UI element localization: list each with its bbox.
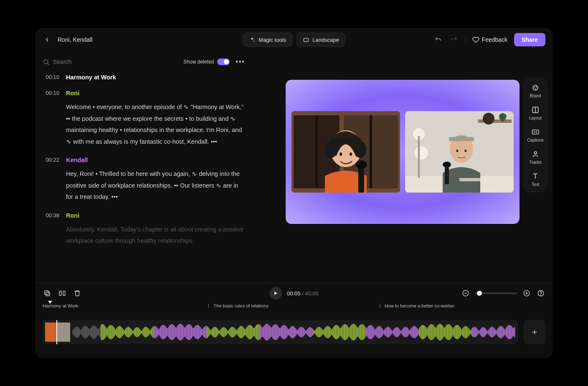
svg-rect-83 [107, 327, 108, 337]
svg-rect-437 [449, 324, 450, 340]
svg-rect-188 [209, 328, 210, 336]
svg-rect-471 [482, 328, 482, 337]
zoom-out-button[interactable] [461, 289, 470, 298]
svg-rect-150 [172, 324, 173, 340]
header: Roni, Kendall Magic tools Landscape Feed… [35, 28, 553, 51]
svg-rect-380 [394, 328, 395, 335]
svg-rect-185 [206, 326, 207, 338]
svg-rect-257 [275, 324, 276, 340]
svg-rect-296 [313, 329, 314, 335]
help-button[interactable] [536, 289, 545, 298]
svg-point-32 [536, 86, 537, 88]
chapter-marker[interactable]: The basic rules of relations [208, 303, 268, 308]
svg-rect-321 [337, 325, 338, 339]
select-tool[interactable] [43, 289, 52, 298]
svg-rect-147 [169, 325, 170, 339]
undo-button[interactable] [433, 35, 443, 44]
svg-rect-278 [296, 328, 297, 335]
chapter-marker[interactable]: Harmony at Work [43, 303, 78, 308]
svg-point-30 [533, 85, 538, 90]
transcript-line[interactable]: 00:10Harmony at Work [43, 74, 245, 81]
svg-rect-430 [442, 325, 443, 339]
transcript-text[interactable]: Hey, Roni! • Thrilled to be here with yo… [66, 168, 245, 203]
svg-rect-238 [257, 324, 258, 340]
svg-rect-436 [448, 324, 449, 340]
transcript-line[interactable]: 00:10RoniWelcome • everyone, to another … [43, 90, 245, 147]
chapter-marker[interactable]: How to become a better co-worker [380, 303, 455, 308]
transcript-line[interactable]: 00:38RoniAbsolutely, Kendall. Today's ch… [43, 212, 245, 247]
play-button[interactable] [269, 287, 282, 300]
add-track-button[interactable]: ＋ [524, 320, 545, 344]
svg-rect-338 [353, 324, 354, 340]
svg-rect-332 [347, 326, 348, 338]
svg-rect-214 [234, 328, 235, 337]
svg-rect-73 [98, 329, 99, 334]
transcript-text[interactable]: Welcome • everyone, to another episode o… [66, 102, 245, 147]
zoom-in-button[interactable] [522, 289, 531, 298]
split-tool[interactable] [58, 289, 67, 298]
rail-item-layout[interactable]: Layout [529, 106, 542, 120]
current-time: 00:05 [287, 290, 301, 297]
svg-rect-397 [410, 329, 411, 335]
show-deleted-toggle[interactable] [217, 58, 230, 65]
svg-rect-53 [79, 328, 79, 336]
svg-point-45 [541, 295, 541, 295]
svg-rect-304 [321, 328, 322, 336]
feedback-button[interactable]: Feedback [472, 36, 507, 43]
share-button[interactable]: Share [514, 33, 545, 46]
svg-point-9 [325, 141, 337, 158]
svg-rect-409 [422, 325, 423, 339]
svg-rect-472 [483, 327, 484, 337]
search-input[interactable] [53, 58, 120, 65]
svg-rect-154 [176, 328, 177, 337]
play-icon [273, 290, 279, 296]
rail-item-text[interactable]: Text [531, 172, 540, 187]
svg-rect-143 [165, 326, 166, 338]
timeline-track[interactable] [43, 320, 518, 344]
svg-rect-445 [456, 325, 457, 339]
playhead-line[interactable] [56, 320, 57, 344]
svg-rect-476 [487, 330, 487, 334]
svg-rect-74 [99, 328, 100, 336]
transcript-text[interactable]: Absolutely, Kendall. Today's chapter is … [66, 224, 245, 247]
transcript-line[interactable]: 00:22KendallHey, Roni! • Thrilled to be … [43, 157, 245, 203]
svg-rect-329 [345, 324, 345, 340]
svg-rect-80 [104, 326, 105, 338]
svg-rect-393 [406, 327, 407, 337]
zoom-knob[interactable] [477, 291, 482, 296]
zoom-slider[interactable] [475, 292, 517, 294]
svg-rect-429 [441, 324, 442, 340]
svg-rect-175 [196, 325, 197, 339]
rail-item-brand[interactable]: Brand [530, 84, 541, 98]
svg-rect-309 [325, 327, 326, 337]
svg-rect-295 [312, 328, 313, 336]
svg-rect-220 [240, 326, 241, 338]
svg-rect-464 [475, 327, 476, 337]
delete-tool[interactable] [73, 289, 82, 298]
rail-item-captions[interactable]: Captions [527, 128, 543, 142]
svg-rect-137 [160, 328, 160, 336]
svg-rect-69 [94, 325, 95, 339]
video-preview[interactable] [286, 80, 520, 224]
svg-rect-372 [386, 327, 387, 337]
svg-rect-358 [373, 326, 373, 338]
landscape-button[interactable]: Landscape [297, 33, 345, 47]
chapter-label: Harmony at Work [43, 303, 78, 308]
svg-rect-434 [446, 325, 447, 338]
svg-rect-106 [130, 328, 131, 337]
svg-rect-420 [432, 324, 433, 339]
svg-rect-12 [358, 165, 364, 193]
back-button[interactable] [43, 35, 52, 44]
svg-rect-292 [309, 327, 310, 337]
svg-point-14 [340, 152, 342, 156]
svg-rect-119 [142, 329, 143, 335]
rail-item-tracks[interactable]: Tracks [529, 150, 542, 165]
svg-point-10 [355, 141, 366, 158]
redo-button[interactable] [449, 35, 459, 44]
svg-rect-408 [421, 325, 422, 338]
svg-rect-145 [167, 328, 168, 336]
magic-tools-button[interactable]: Magic tools [243, 33, 292, 47]
transcript-body[interactable]: 00:10Harmony at Work00:10RoniWelcome • e… [43, 72, 245, 279]
more-menu-button[interactable]: ••• [236, 58, 245, 66]
svg-rect-500 [509, 325, 510, 339]
